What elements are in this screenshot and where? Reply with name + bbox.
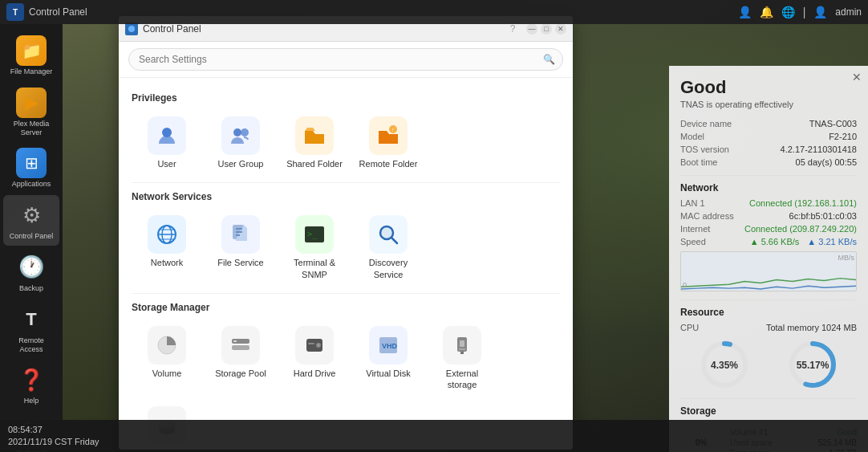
cp-item-network[interactable]: Network: [132, 209, 202, 287]
user-icon[interactable]: 👤: [738, 6, 752, 18]
cpu-donut-wrap: 4.35%: [699, 339, 750, 390]
info-panel-close[interactable]: ✕: [852, 71, 862, 83]
svg-rect-14: [236, 234, 240, 236]
search-input[interactable]: [128, 48, 563, 71]
storage-section-title: Storage: [680, 398, 857, 417]
separator: |: [803, 6, 806, 18]
speed-down: ▲ 3.21 KB/s: [807, 237, 857, 246]
model-row: Model F2-210: [680, 132, 857, 141]
tos-value: 4.2.17-2110301418: [781, 145, 857, 154]
device-name-value: TNAS-C003: [809, 119, 857, 128]
cp-item-volume[interactable]: Volume: [132, 320, 202, 397]
lan1-label: LAN 1: [680, 198, 705, 208]
terminal-icon: >_: [295, 215, 334, 254]
resource-section-title: Resource: [680, 299, 857, 318]
network-services-grid: Network File Service >_ Terminal & SNMP: [132, 209, 560, 294]
sidebar-item-file-manager[interactable]: 📁 File Manager: [3, 31, 59, 81]
section-privileges: Privileges: [132, 92, 560, 104]
app-logo: T: [6, 3, 24, 21]
cp-search-bar: 🔍: [119, 42, 573, 78]
cp-item-file-service[interactable]: File Service: [205, 209, 276, 287]
help-button[interactable]: ?: [507, 23, 518, 35]
minimize-button[interactable]: —: [526, 23, 537, 35]
svg-text:4.35%: 4.35%: [711, 360, 738, 371]
sharedfolder-icon: [295, 116, 334, 155]
sidebar-item-help[interactable]: ❓ Help: [3, 360, 59, 410]
virtualdisk-icon: VHD: [369, 326, 408, 364]
svg-point-3: [241, 128, 249, 136]
discovery-icon: [369, 215, 408, 254]
terminal-label: Terminal & SNMP: [282, 257, 347, 280]
user-icon: [148, 116, 186, 155]
network-speed: ▲ 5.66 KB/s ▲ 3.21 KB/s: [750, 237, 857, 246]
svg-rect-12: [236, 228, 242, 230]
remotefolder-icon: ↑: [369, 116, 408, 155]
sidebar-label-plex: Plex Media Server: [6, 120, 56, 137]
sidebar-label-remote-access: Remote Access: [6, 336, 56, 354]
taskbar-bottom: 08:54:37 2021/11/19 CST Friday: [0, 420, 868, 452]
sidebar-item-control-panel[interactable]: ⚙ Control Panel: [3, 195, 59, 246]
clock-date: 2021/11/19 CST Friday: [8, 436, 99, 448]
taskbar-left: T Control Panel: [6, 3, 87, 21]
control-panel-icon: ⚙: [16, 200, 47, 230]
total-memory-label: Total memory 1024 MB: [766, 323, 857, 332]
cp-item-user-group[interactable]: User Group: [205, 110, 276, 176]
fileservice-label: File Service: [217, 257, 263, 268]
network-chart: MB/s 0: [680, 251, 857, 291]
cp-item-terminal[interactable]: >_ Terminal & SNMP: [279, 209, 350, 287]
sidebar-label-help: Help: [24, 397, 39, 405]
sidebar-label-backup: Backup: [19, 284, 43, 293]
chart-zero-label: 0: [683, 281, 687, 289]
cp-item-user[interactable]: User: [132, 110, 202, 176]
svg-point-2: [233, 128, 241, 136]
cp-item-virtual-disk[interactable]: VHD Virtual Disk: [353, 320, 424, 397]
clock-time: 08:54:37: [8, 424, 99, 436]
section-network-services: Network Services: [132, 191, 560, 202]
svg-text:VHD: VHD: [382, 342, 398, 350]
cp-item-discovery[interactable]: Discovery Service: [353, 209, 424, 287]
admin-label: admin: [835, 6, 862, 18]
cp-item-remote-folder[interactable]: ↑ Remote Folder: [353, 110, 424, 176]
sidebar-item-remote-access[interactable]: T Remote Access: [3, 299, 59, 359]
bell-icon[interactable]: 🔔: [760, 6, 773, 18]
sidebar-item-backup[interactable]: 🕐 Backup: [3, 247, 59, 298]
close-button[interactable]: ✕: [555, 23, 566, 35]
file-manager-icon: 📁: [16, 35, 47, 66]
model-label: Model: [680, 132, 704, 141]
taskbar-right: 👤 🔔 🌐 | 👤 admin: [738, 6, 862, 18]
taskbar-app-label: Control Panel: [29, 6, 87, 18]
apps-icon: ⊞: [16, 148, 47, 178]
admin-icon[interactable]: 👤: [813, 6, 827, 18]
globe-icon[interactable]: 🌐: [781, 6, 795, 18]
storagepool-icon: [221, 326, 260, 364]
cp-item-storage-pool[interactable]: Storage Pool: [205, 320, 276, 397]
external-label: External storage: [430, 368, 494, 391]
user-label: User: [157, 158, 176, 169]
plex-icon: ▶: [16, 88, 47, 118]
maximize-button[interactable]: □: [541, 23, 552, 35]
sharedfolder-label: Shared Folder: [286, 158, 343, 169]
info-status-sub: TNAS is operating effectively: [680, 100, 857, 109]
cp-title-text: Control Panel: [143, 23, 201, 35]
cp-item-shared-folder[interactable]: Shared Folder: [279, 110, 350, 176]
boot-value: 05 day(s) 00:55: [796, 157, 857, 167]
usergroup-label: User Group: [218, 158, 264, 169]
lan1-value: Connected (192.168.1.101): [749, 198, 857, 208]
volume-label: Volume: [152, 368, 182, 379]
sidebar-item-plex[interactable]: ▶ Plex Media Server: [3, 83, 59, 142]
device-name-row: Device name TNAS-C003: [680, 119, 857, 128]
sidebar-item-applications[interactable]: ⊞ Applications: [3, 143, 59, 193]
chart-svg: [681, 252, 856, 291]
donut-container: 4.35% 55.17%: [680, 339, 857, 390]
backup-icon: 🕐: [16, 252, 47, 283]
cp-item-hard-drive[interactable]: Hard Drive: [279, 320, 350, 397]
sidebar-label-applications: Applications: [12, 180, 51, 189]
discovery-label: Discovery Service: [356, 257, 420, 280]
external-icon: [443, 326, 481, 364]
network-section-title: Network: [680, 175, 857, 193]
cp-item-external-storage[interactable]: External storage: [427, 320, 497, 397]
chart-mbs-label: MB/s: [838, 254, 854, 262]
tos-label: TOS version: [680, 145, 729, 154]
control-panel-window: Control Panel ? — □ ✕ 🔍 Privileges: [119, 16, 573, 450]
sidebar-label-control-panel: Control Panel: [10, 232, 54, 241]
